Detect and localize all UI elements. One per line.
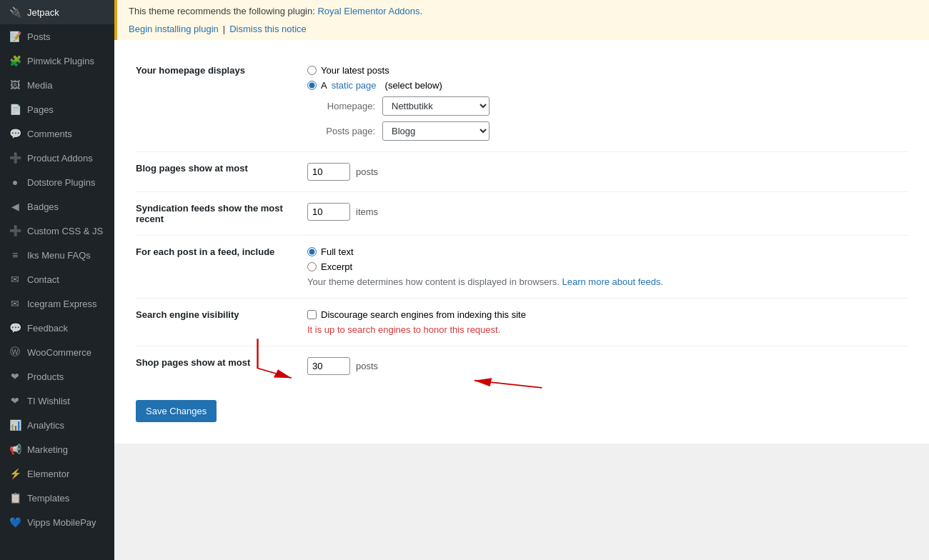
marketing-icon: 📢: [9, 443, 21, 456]
sidebar-item-pimwick-plugins[interactable]: 🧩Pimwick Plugins: [0, 49, 114, 73]
excerpt-option[interactable]: Excerpt: [307, 261, 900, 272]
shop-pages-input[interactable]: [307, 357, 350, 375]
sidebar-item-iks-menu-faqs[interactable]: ≡Iks Menu FAQs: [0, 243, 114, 267]
sidebar-label-feedback: Feedback: [27, 323, 68, 334]
shop-pages-row: Shop pages show at most posts: [136, 346, 908, 386]
search-engine-checkbox-label[interactable]: Discourage search engines from indexing …: [307, 309, 900, 320]
sidebar-label-elementor: Elementor: [27, 469, 69, 479]
homepage-select[interactable]: Nettbutikk Blogg Hjem Shop: [382, 96, 490, 116]
dismiss-notice-link[interactable]: Dismiss this notice: [229, 24, 307, 34]
feed-description: Your theme determines how content is dis…: [307, 276, 900, 287]
sidebar-label-dotstore-plugins: Dotstore Plugins: [27, 177, 95, 188]
sidebar-item-elementor[interactable]: ⚡Elementor: [0, 461, 114, 486]
static-page-link[interactable]: static page: [332, 80, 377, 91]
sidebar-item-custom-css-js[interactable]: ➕Custom CSS & JS: [0, 219, 114, 243]
learn-more-feeds-link[interactable]: Learn more about feeds: [562, 276, 661, 287]
notice-links: Begin installing plugin | Dismiss this n…: [114, 22, 929, 40]
sidebar-label-product-addons: Product Addons: [27, 153, 93, 164]
contact-icon: ✉: [9, 273, 21, 286]
sidebar-item-product-addons[interactable]: ➕Product Addons: [0, 146, 114, 170]
sidebar-item-media[interactable]: 🖼Media: [0, 73, 114, 97]
posts-page-select-row: Posts page: Blogg Nettbutikk Hjem Shop: [307, 121, 900, 141]
posts-icon: 📝: [9, 30, 21, 43]
sidebar-item-icegram-express[interactable]: ✉Icegram Express: [0, 291, 114, 316]
submit-section: Save Changes: [136, 400, 908, 422]
shop-pages-suffix: posts: [356, 361, 378, 371]
sidebar-label-products: Products: [27, 371, 64, 382]
sidebar-item-pages[interactable]: 📄Pages: [0, 97, 114, 121]
templates-icon: 📋: [9, 491, 21, 504]
plugin-link[interactable]: Royal Elementor Addons: [317, 6, 419, 16]
sidebar-label-pages: Pages: [27, 104, 54, 115]
sidebar-item-analytics[interactable]: 📊Analytics: [0, 413, 114, 437]
latest-posts-radio[interactable]: [307, 66, 317, 75]
syndication-row: Syndication feeds show the most recent i…: [136, 192, 908, 236]
search-engine-warning: It is up to search engines to honor this…: [307, 324, 900, 335]
feed-include-row: For each post in a feed, include Full te…: [136, 236, 908, 299]
feed-radio-group: Full text Excerpt: [307, 246, 900, 272]
sidebar-item-contact[interactable]: ✉Contact: [0, 267, 114, 291]
products-icon: ❤: [9, 370, 21, 383]
excerpt-radio[interactable]: [307, 262, 317, 271]
sidebar-label-vipps-mobilepay: Vipps MobilePay: [27, 517, 96, 528]
posts-page-label: Posts page:: [307, 126, 375, 136]
homepage-displays-row: Your homepage displays Your latest posts…: [136, 54, 908, 152]
begin-installing-link[interactable]: Begin installing plugin: [129, 24, 219, 34]
full-text-option[interactable]: Full text: [307, 246, 900, 257]
latest-posts-option[interactable]: Your latest posts: [307, 65, 900, 76]
syndication-label: Syndication feeds show the most recent: [136, 192, 300, 236]
shop-pages-input-row: posts: [307, 357, 900, 375]
search-engine-checkbox[interactable]: [307, 310, 317, 319]
pages-icon: 📄: [9, 103, 21, 116]
sidebar-item-comments[interactable]: 💬Comments: [0, 121, 114, 146]
search-engine-label: Search engine visibility: [136, 299, 300, 346]
save-changes-button[interactable]: Save Changes: [136, 400, 217, 422]
settings-form: Your homepage displays Your latest posts…: [114, 40, 929, 444]
media-icon: 🖼: [9, 79, 21, 91]
homepage-select-row: Homepage: Nettbutikk Blogg Hjem Shop: [307, 96, 900, 116]
sidebar-label-custom-css-js: Custom CSS & JS: [27, 226, 103, 236]
ti-wishlist-icon: ❤: [9, 394, 21, 407]
iks-menu-faqs-icon: ≡: [9, 249, 21, 261]
sidebar-label-pimwick-plugins: Pimwick Plugins: [27, 56, 94, 66]
woocommerce-icon: Ⓦ: [9, 346, 21, 359]
static-page-radio[interactable]: [307, 81, 317, 90]
dotstore-plugins-icon: ●: [9, 176, 21, 189]
sidebar-item-dotstore-plugins[interactable]: ●Dotstore Plugins: [0, 170, 114, 194]
sidebar-item-badges[interactable]: ◀Badges: [0, 194, 114, 219]
sidebar-item-woocommerce[interactable]: ⓌWooCommerce: [0, 340, 114, 364]
reading-settings-table: Your homepage displays Your latest posts…: [136, 54, 908, 386]
jetpack-icon: 🔌: [9, 6, 21, 19]
elementor-icon: ⚡: [9, 467, 21, 480]
analytics-icon: 📊: [9, 419, 21, 431]
sidebar-label-woocommerce: WooCommerce: [27, 347, 91, 358]
blog-pages-row: Blog pages show at most posts: [136, 152, 908, 192]
shop-pages-label: Shop pages show at most: [136, 346, 300, 386]
sidebar-item-products[interactable]: ❤Products: [0, 364, 114, 389]
sidebar-label-analytics: Analytics: [27, 420, 64, 431]
homepage-displays-value: Your latest posts A static page (select …: [300, 54, 908, 152]
blog-pages-label: Blog pages show at most: [136, 152, 300, 192]
sidebar-item-templates[interactable]: 📋Templates: [0, 486, 114, 510]
sidebar-label-contact: Contact: [27, 274, 59, 285]
sidebar-label-ti-wishlist: TI Wishlist: [27, 396, 70, 406]
homepage-displays-label: Your homepage displays: [136, 54, 300, 152]
sidebar-item-jetpack[interactable]: 🔌Jetpack: [0, 0, 114, 24]
pimwick-plugins-icon: 🧩: [9, 54, 21, 67]
blog-pages-input-row: posts: [307, 163, 900, 181]
feedback-icon: 💬: [9, 321, 21, 334]
homepage-radio-group: Your latest posts A static page (select …: [307, 65, 900, 91]
static-page-option[interactable]: A static page (select below): [307, 80, 900, 91]
sidebar-item-posts[interactable]: 📝Posts: [0, 24, 114, 49]
posts-page-select[interactable]: Blogg Nettbutikk Hjem Shop: [382, 121, 490, 141]
full-text-radio[interactable]: [307, 247, 317, 256]
vipps-mobilepay-icon: 💙: [9, 516, 21, 529]
comments-icon: 💬: [9, 127, 21, 140]
sidebar-item-vipps-mobilepay[interactable]: 💙Vipps MobilePay: [0, 510, 114, 534]
sidebar-item-feedback[interactable]: 💬Feedback: [0, 316, 114, 340]
sidebar-item-ti-wishlist[interactable]: ❤TI Wishlist: [0, 389, 114, 413]
blog-pages-input[interactable]: [307, 163, 350, 181]
sidebar-item-marketing[interactable]: 📢Marketing: [0, 437, 114, 461]
syndication-input[interactable]: [307, 203, 350, 221]
notice-text: This theme recommends the following plug…: [129, 6, 422, 16]
